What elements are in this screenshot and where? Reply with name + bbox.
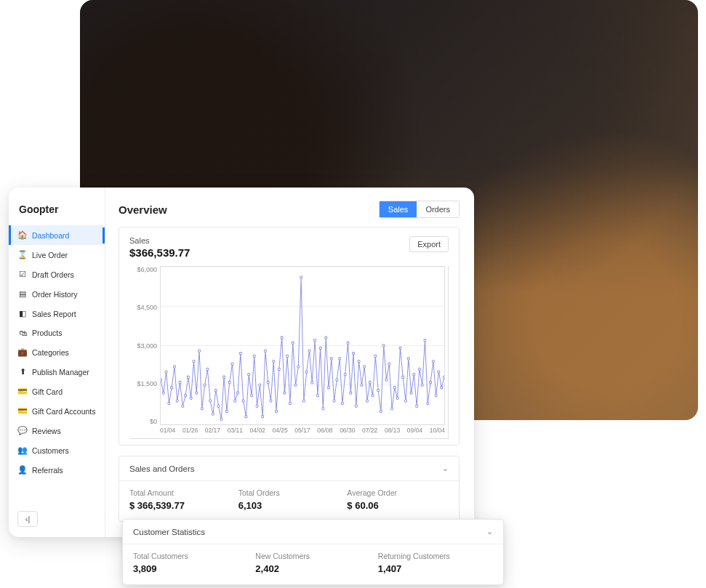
home-icon: 🏠	[18, 230, 27, 240]
y-tick: $0	[128, 418, 157, 425]
sidebar-item-live-order[interactable]: ⌛Live Order	[9, 245, 105, 265]
svg-point-94	[404, 400, 406, 402]
stat-avg-order: Average Order $ 60.06	[347, 488, 449, 511]
stat-value: 1,407	[378, 563, 493, 574]
report-icon: ◧	[18, 309, 27, 318]
svg-point-34	[239, 353, 241, 355]
sidebar-item-referrals[interactable]: 👤Referrals	[9, 460, 105, 480]
sidebar-item-label: Gift Card	[32, 387, 63, 396]
svg-point-54	[294, 384, 297, 386]
sidebar-item-label: Referrals	[32, 466, 63, 475]
plot-region[interactable]	[160, 266, 445, 425]
svg-point-70	[339, 358, 341, 360]
x-tick: 04/25	[272, 427, 287, 438]
svg-point-40	[256, 405, 258, 407]
stat-label: Returning Customers	[378, 552, 493, 560]
svg-point-90	[393, 387, 396, 389]
svg-point-60	[311, 381, 313, 383]
chat-icon: 💬	[18, 426, 27, 435]
sidebar-item-draft-orders[interactable]: ☑Draft Orders	[9, 265, 105, 284]
svg-point-93	[402, 376, 404, 378]
customer-statistics-card: Customer Statistics ⌄ Total Customers 3,…	[122, 519, 504, 585]
svg-point-26	[217, 405, 220, 407]
svg-point-56	[300, 276, 302, 278]
sidebar-item-publish-manager[interactable]: ⬆Publish Manager	[9, 362, 105, 382]
svg-point-48	[278, 368, 280, 370]
x-tick: 10/04	[430, 427, 445, 438]
svg-point-15	[187, 376, 189, 378]
svg-point-72	[344, 374, 346, 376]
svg-point-63	[319, 347, 321, 349]
stat-returning-customers: Returning Customers 1,407	[378, 552, 493, 574]
x-tick: 04/02	[250, 427, 265, 438]
svg-point-39	[253, 355, 255, 357]
sidebar-item-customers[interactable]: 👥Customers	[9, 440, 105, 460]
hourglass-icon: ⌛	[18, 250, 27, 259]
tab-orders[interactable]: Orders	[417, 201, 459, 217]
svg-point-27	[220, 418, 222, 420]
svg-point-7	[165, 371, 167, 373]
svg-point-74	[350, 392, 352, 394]
sidebar-item-dashboard[interactable]: 🏠Dashboard	[9, 225, 105, 245]
svg-point-30	[228, 381, 230, 383]
export-button[interactable]: Export	[409, 236, 449, 252]
sidebar-item-gift-card-accounts[interactable]: 💳Gift Card Accounts	[9, 401, 105, 421]
sidebar-item-label: Sales Report	[32, 310, 76, 318]
sidebar-item-products[interactable]: 🛍Products	[9, 323, 105, 342]
svg-point-12	[179, 381, 181, 383]
sales-orders-panel-header[interactable]: Sales and Orders ⌄	[119, 456, 459, 481]
sidebar-item-categories[interactable]: 💼Categories	[9, 342, 105, 362]
svg-point-73	[347, 342, 349, 344]
list-icon: ▤	[18, 289, 27, 299]
svg-point-76	[355, 405, 357, 407]
sidebar-item-reviews[interactable]: 💬Reviews	[9, 421, 105, 440]
svg-point-96	[410, 392, 412, 394]
customer-stats-header[interactable]: Customer Statistics ⌄	[123, 520, 503, 544]
svg-point-78	[361, 384, 363, 386]
svg-point-46	[273, 360, 275, 362]
svg-point-36	[245, 415, 247, 417]
svg-point-101	[424, 339, 426, 342]
svg-point-13	[182, 405, 184, 407]
svg-point-82	[372, 394, 374, 396]
svg-point-10	[173, 366, 175, 368]
sidebar-item-label: Live Order	[32, 251, 68, 259]
svg-point-42	[262, 415, 264, 417]
sidebar-item-order-history[interactable]: ▤Order History	[9, 284, 105, 304]
svg-point-33	[236, 392, 238, 394]
svg-point-89	[390, 408, 393, 410]
sales-orders-toggle: Sales Orders	[379, 201, 460, 218]
y-tick: $3,000	[128, 342, 157, 350]
svg-point-61	[313, 339, 316, 342]
sidebar-item-label: Categories	[32, 348, 69, 357]
collapse-sidebar-button[interactable]: ‹|	[17, 511, 38, 527]
svg-point-64	[322, 408, 324, 410]
tab-sales[interactable]: Sales	[380, 201, 417, 217]
sidebar-item-gift-card[interactable]: 💳Gift Card	[9, 382, 105, 401]
x-tick: 01/04	[160, 427, 175, 438]
svg-point-66	[327, 387, 329, 389]
stat-total-orders: Total Orders 6,103	[238, 488, 340, 511]
svg-point-97	[413, 374, 415, 376]
stat-value: $ 366,539.77	[129, 500, 231, 511]
chevron-down-icon: ⌄	[442, 464, 449, 473]
nav-list: 🏠Dashboard ⌛Live Order ☑Draft Orders ▤Or…	[9, 225, 105, 480]
stat-label: Average Order	[347, 488, 449, 497]
svg-point-103	[430, 381, 432, 383]
main-header: Overview Sales Orders	[119, 201, 460, 218]
svg-point-31	[231, 363, 233, 365]
y-axis-labels: $6,000 $4,500 $3,000 $1,500 $0	[128, 266, 157, 425]
svg-point-50	[284, 392, 286, 394]
svg-point-92	[399, 347, 401, 349]
bag-icon: 🛍	[18, 329, 27, 337]
chart-label: Sales	[129, 236, 190, 245]
svg-point-52	[289, 402, 291, 404]
x-tick: 03/11	[228, 427, 243, 438]
svg-point-62	[316, 394, 318, 396]
sidebar-item-label: Customers	[32, 446, 69, 455]
svg-point-55	[297, 366, 300, 368]
svg-point-9	[171, 387, 173, 389]
sidebar-item-sales-report[interactable]: ◧Sales Report	[9, 304, 105, 323]
stat-label: Total Amount	[129, 488, 231, 497]
svg-point-37	[248, 374, 250, 376]
